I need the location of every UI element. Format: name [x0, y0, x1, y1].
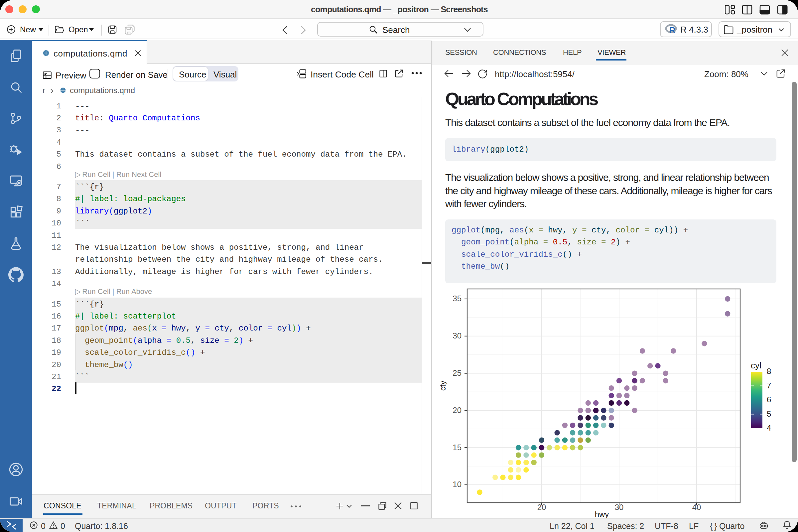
- svg-text:8: 8: [767, 367, 771, 376]
- svg-text:30: 30: [453, 331, 461, 340]
- svg-text:35: 35: [453, 294, 461, 303]
- svg-text:hwy: hwy: [595, 510, 609, 519]
- svg-text:cyl: cyl: [751, 360, 761, 370]
- svg-text:20: 20: [537, 503, 546, 512]
- svg-text:cty: cty: [438, 381, 447, 391]
- svg-text:7: 7: [767, 381, 771, 390]
- svg-text:40: 40: [692, 503, 701, 512]
- svg-text:30: 30: [615, 503, 624, 512]
- svg-text:25: 25: [453, 368, 461, 377]
- svg-text:R: R: [669, 25, 676, 34]
- svg-text:5: 5: [767, 409, 771, 418]
- svg-text:6: 6: [767, 395, 771, 404]
- svg-text:20: 20: [453, 406, 461, 415]
- svg-text:10: 10: [453, 480, 461, 489]
- svg-text:4: 4: [767, 423, 771, 432]
- svg-text:15: 15: [453, 443, 461, 452]
